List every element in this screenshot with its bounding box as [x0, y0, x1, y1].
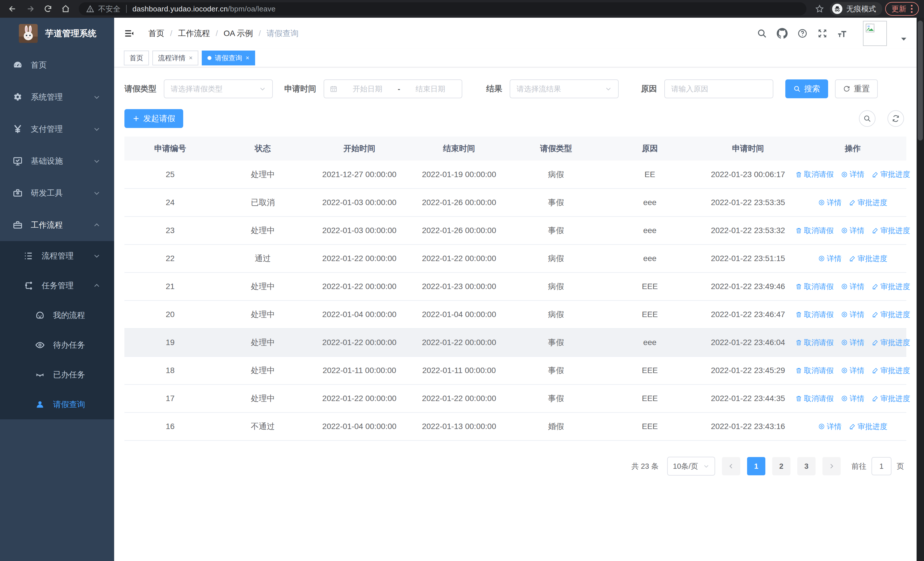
- cell-end-time: 2022-01-26 00:00:00: [409, 217, 509, 245]
- sidebar-item-leave-query[interactable]: 请假查询: [0, 390, 114, 419]
- url-text[interactable]: dashboard.yudao.iocoder.cn/bpm/oa/leave: [132, 5, 276, 14]
- search-button[interactable]: 搜索: [785, 80, 828, 98]
- leave-type-select[interactable]: 请选择请假类型: [164, 80, 273, 98]
- col-start-time: 开始时间: [310, 137, 409, 161]
- approval-progress-link[interactable]: 审批进度: [849, 198, 887, 208]
- approval-progress-link[interactable]: 审批进度: [849, 422, 887, 432]
- detail-link[interactable]: 详情: [841, 365, 864, 376]
- detail-link[interactable]: 详情: [841, 226, 864, 236]
- detail-link[interactable]: 详情: [841, 282, 864, 292]
- tab-home[interactable]: 首页: [124, 51, 149, 65]
- close-icon[interactable]: ×: [189, 54, 193, 62]
- hide-search-icon-button[interactable]: [859, 110, 876, 127]
- chevron-down-icon: [93, 93, 100, 101]
- page-button-2[interactable]: 2: [772, 457, 790, 475]
- cancel-leave-link[interactable]: 取消请假: [795, 338, 834, 347]
- sidebar-item-task-mgmt[interactable]: 任务管理: [0, 271, 114, 301]
- search-icon[interactable]: [757, 28, 767, 39]
- home-icon[interactable]: [58, 2, 73, 15]
- approval-progress-link[interactable]: 审批进度: [872, 394, 910, 404]
- cell-status: 处理中: [216, 272, 310, 301]
- cancel-leave-link[interactable]: 取消请假: [795, 394, 834, 404]
- cell-apply-id: 19: [124, 328, 216, 356]
- create-leave-button[interactable]: 发起请假: [124, 109, 183, 128]
- bookmark-star-icon[interactable]: [812, 2, 827, 15]
- approval-progress-link[interactable]: 审批进度: [872, 310, 910, 320]
- cancel-leave-link[interactable]: 取消请假: [795, 365, 834, 376]
- help-icon[interactable]: [797, 28, 808, 39]
- sidebar-item-process-mgmt[interactable]: 流程管理: [0, 241, 114, 271]
- sidebar-item-infrastructure[interactable]: 基础设施: [0, 145, 114, 177]
- next-page-button[interactable]: [822, 457, 841, 475]
- close-icon[interactable]: ×: [246, 54, 249, 62]
- detail-link[interactable]: 详情: [841, 310, 864, 320]
- page-button-3[interactable]: 3: [797, 457, 816, 475]
- cell-reason: eee: [603, 245, 697, 272]
- chevron-down-icon: [93, 252, 100, 260]
- browser-update-button[interactable]: 更新: [885, 2, 919, 16]
- eye-closed-icon: [34, 370, 46, 380]
- approval-progress-link[interactable]: 审批进度: [849, 254, 887, 264]
- github-icon[interactable]: [777, 28, 788, 39]
- avatar-caret-icon[interactable]: [901, 37, 907, 41]
- approval-progress-link[interactable]: 审批进度: [872, 226, 910, 236]
- sidebar-item-my-process[interactable]: 我的流程: [0, 301, 114, 330]
- breadcrumb-item[interactable]: 工作流程: [178, 28, 210, 39]
- back-icon[interactable]: [5, 2, 20, 15]
- reload-icon[interactable]: [40, 2, 56, 15]
- cell-status: 处理中: [216, 356, 310, 385]
- sidebar-menu: 首页 系统管理 支付管理 基础设施 研发工具: [0, 49, 114, 419]
- sidebar-item-devtools[interactable]: 研发工具: [0, 177, 114, 209]
- cancel-leave-link[interactable]: 取消请假: [795, 169, 834, 179]
- page-size-select[interactable]: 10条/页: [667, 457, 715, 475]
- sidebar-fold-icon[interactable]: [124, 28, 135, 39]
- breadcrumb-item[interactable]: OA 示例: [224, 28, 253, 39]
- sidebar-item-payment[interactable]: 支付管理: [0, 113, 114, 145]
- sidebar-item-workflow[interactable]: 工作流程: [0, 209, 114, 241]
- tab-process-detail[interactable]: 流程详情 ×: [152, 51, 198, 65]
- sidebar-item-todo-tasks[interactable]: 待办任务: [0, 330, 114, 360]
- approval-progress-link[interactable]: 审批进度: [872, 338, 910, 347]
- col-actions: 操作: [799, 137, 906, 161]
- scrollbar-thumb[interactable]: [918, 21, 923, 141]
- app-logo-row[interactable]: 芋道管理系统: [0, 18, 114, 49]
- approval-progress-link[interactable]: 审批进度: [872, 282, 910, 292]
- prev-page-button[interactable]: [722, 457, 740, 475]
- reason-input[interactable]: 请输入原因: [664, 80, 773, 98]
- font-size-icon[interactable]: [837, 28, 849, 39]
- chevron-down-icon: [93, 157, 100, 165]
- goto-page-input[interactable]: 1: [872, 457, 891, 475]
- avatar[interactable]: [863, 21, 887, 46]
- apply-time-range-picker[interactable]: 开始日期 - 结束日期: [324, 80, 462, 98]
- detail-link[interactable]: 详情: [818, 198, 842, 208]
- approval-progress-link[interactable]: 审批进度: [872, 365, 910, 376]
- sidebar-item-done-tasks[interactable]: 已办任务: [0, 360, 114, 390]
- page-button-1[interactable]: 1: [747, 457, 765, 475]
- security-label[interactable]: 不安全: [98, 4, 120, 14]
- refresh-icon-button[interactable]: [888, 110, 904, 127]
- detail-link[interactable]: 详情: [841, 169, 864, 179]
- detail-link[interactable]: 详情: [818, 254, 842, 264]
- tab-leave-query[interactable]: 请假查询 ×: [202, 51, 255, 65]
- cancel-leave-link[interactable]: 取消请假: [795, 282, 834, 292]
- result-select[interactable]: 请选择流结果: [510, 80, 619, 98]
- detail-link[interactable]: 详情: [841, 394, 864, 404]
- cell-apply-id: 17: [124, 385, 216, 412]
- cancel-leave-link[interactable]: 取消请假: [795, 310, 834, 320]
- sidebar-item-label: 系统管理: [31, 92, 63, 102]
- forward-icon[interactable]: [23, 2, 38, 15]
- approval-progress-link[interactable]: 审批进度: [872, 169, 910, 179]
- window-scrollbar[interactable]: [916, 18, 924, 561]
- breadcrumb-item[interactable]: 首页: [148, 28, 164, 39]
- sidebar-item-system[interactable]: 系统管理: [0, 81, 114, 113]
- detail-link[interactable]: 详情: [818, 422, 842, 432]
- cancel-leave-link[interactable]: 取消请假: [795, 226, 834, 236]
- detail-link[interactable]: 详情: [841, 338, 864, 347]
- cell-actions: 取消请假 详情 审批进度: [799, 272, 906, 301]
- browser-menu-icon[interactable]: [911, 5, 913, 13]
- reset-button[interactable]: 重置: [835, 80, 878, 98]
- fullscreen-icon[interactable]: [817, 28, 828, 39]
- address-bar[interactable]: 不安全 dashboard.yudao.iocoder.cn/bpm/oa/le…: [79, 2, 806, 15]
- pagination-total: 共 23 条: [632, 461, 658, 471]
- sidebar-item-home[interactable]: 首页: [0, 49, 114, 81]
